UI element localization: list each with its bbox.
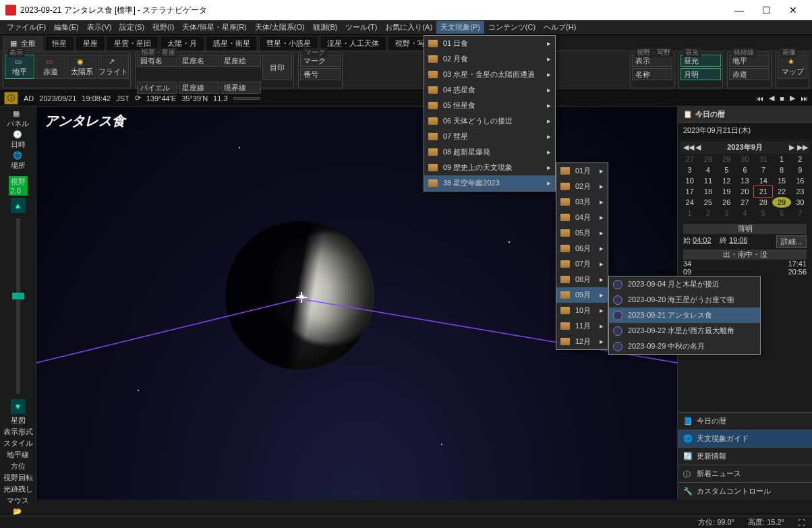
menu-item[interactable]: 38 星空年鑑2023▸ (424, 175, 555, 191)
cal-cell[interactable]: 24 (680, 197, 699, 208)
cal-cell[interactable]: 10 (680, 175, 699, 186)
btn-number[interactable]: 番号 (300, 68, 341, 80)
menu-phenomena[interactable]: 天文現象(P) (436, 21, 484, 34)
menu-item-month[interactable]: 08月▸ (556, 272, 608, 287)
cal-cell[interactable]: 29 (718, 154, 736, 165)
ls-starchart[interactable]: 星図 (3, 415, 34, 426)
fov-slider-thumb[interactable] (12, 293, 24, 299)
cal-cell[interactable]: 26 (718, 197, 736, 208)
link-guide[interactable]: 🌐天文現象ガイド (678, 430, 812, 447)
btn-map[interactable]: ★マップ (778, 55, 807, 79)
mag[interactable]: 11.3 (213, 94, 227, 102)
maximize-button[interactable]: ☐ (753, 5, 780, 16)
cal-cell[interactable]: 1 (772, 154, 790, 165)
menu-item-month[interactable]: 07月▸ (556, 256, 608, 272)
menu-stars[interactable]: 天体/恒星・星座(R) (178, 21, 250, 34)
cal-cell[interactable]: 29 (772, 197, 790, 208)
menu-item[interactable]: 07 彗星▸ (424, 129, 555, 144)
cal-cell[interactable]: 30 (736, 154, 754, 165)
ls-datetime[interactable]: 🕒日時 (3, 130, 34, 150)
fov-slider[interactable] (16, 218, 20, 394)
menu-item-month[interactable]: 03月▸ (556, 194, 608, 210)
cal-cell[interactable]: 4 (736, 208, 754, 218)
menu-item-month[interactable]: 09月▸ (556, 287, 608, 303)
btn-grid-equator[interactable]: 赤道 (729, 68, 770, 80)
cal-cell[interactable]: 14 (754, 175, 772, 186)
ls-mouse[interactable]: マウス (3, 496, 34, 506)
cal-cell[interactable]: 3 (718, 208, 736, 218)
lon[interactable]: 139°44'E (146, 94, 176, 102)
fov-zoom-in[interactable]: ▲ (11, 198, 26, 213)
btn-constfig[interactable]: 星座絵 (221, 55, 261, 67)
menu-item[interactable]: 02 月食▸ (424, 51, 555, 67)
fullscreen-icon[interactable]: ⛶ (798, 519, 805, 527)
ls-panel[interactable]: ▦パネル (3, 109, 34, 129)
btn-landmark[interactable]: 目印 (262, 55, 292, 80)
btn-constline[interactable]: 星座線 (179, 82, 219, 94)
ls-rotation[interactable]: 視野回転 (3, 473, 34, 483)
cal-prev[interactable]: ◀◀◀ (683, 143, 703, 152)
cal-cell[interactable]: 28 (699, 154, 717, 165)
tab-stars[interactable]: 恒星 (45, 36, 74, 51)
menu-item-event[interactable]: 2023-09-29 中秋の名月 (609, 339, 760, 354)
menu-item-month[interactable]: 10月▸ (556, 303, 608, 318)
menu-observe[interactable]: 観測(B) (309, 21, 342, 34)
menu-solarsystem[interactable]: 天体/太陽系(O) (251, 21, 309, 34)
cal-cell[interactable]: 17 (680, 186, 699, 197)
menu-item-month[interactable]: 11月▸ (556, 318, 608, 334)
menu-tools[interactable]: ツール(T) (341, 21, 381, 34)
link-almanac[interactable]: 📘今日の暦 (678, 412, 812, 430)
era[interactable]: AD (24, 94, 34, 102)
btn-constname[interactable]: 星座名 (179, 55, 219, 67)
menu-item[interactable]: 08 超新星爆発▸ (424, 144, 555, 160)
cal-cell[interactable]: 30 (791, 197, 809, 208)
cal-cell[interactable]: 6 (772, 208, 790, 218)
cal-cell[interactable]: 3 (680, 165, 699, 175)
cal-cell[interactable]: 16 (791, 175, 809, 186)
cal-cell[interactable]: 27 (736, 197, 754, 208)
play-first[interactable]: ⏮ (756, 94, 763, 102)
fov-zoom-out[interactable]: ▼ (11, 399, 26, 414)
cal-cell[interactable]: 2 (791, 154, 809, 165)
lat[interactable]: 35°39'N (181, 94, 208, 102)
menu-favorites[interactable]: お気に入り(A) (381, 21, 436, 34)
btn-solarsystem[interactable]: ◉太陽系 (67, 55, 96, 79)
btn-horizon[interactable]: ▭地平 (5, 55, 34, 79)
menu-item[interactable]: 01 日食▸ (424, 36, 555, 51)
btn-equator[interactable]: ▭赤道 (36, 55, 65, 79)
cal-cell[interactable]: 23 (791, 186, 809, 197)
close-button[interactable]: ✕ (780, 5, 807, 16)
play-prev[interactable]: ◀ (769, 94, 774, 102)
link-updates[interactable]: 🔄更新情報 (678, 447, 812, 465)
menu-edit[interactable]: 編集(E) (50, 21, 83, 34)
menu-item-month[interactable]: 02月▸ (556, 179, 608, 194)
play-last[interactable]: ⏭ (801, 94, 808, 102)
menu-item-month[interactable]: 05月▸ (556, 225, 608, 241)
menu-item[interactable]: 06 天体どうしの接近▸ (424, 113, 555, 129)
cal-cell[interactable]: 13 (736, 175, 754, 186)
menu-item[interactable]: 05 恒星食▸ (424, 98, 555, 113)
menu-item[interactable]: 03 水星・金星の太陽面通過▸ (424, 67, 555, 82)
play-stop[interactable]: ■ (780, 94, 784, 102)
menu-item-event[interactable]: 2023-09-04 月と木星が接近 (609, 276, 760, 292)
btn-bayer[interactable]: バイエル (137, 82, 177, 94)
btn-moonlight[interactable]: 月明 (680, 68, 721, 80)
cal-cell[interactable]: 2 (699, 208, 717, 218)
btn-fov-name[interactable]: 名称 (632, 68, 672, 80)
now-icon[interactable]: ⟳ (135, 94, 141, 102)
menu-item-month[interactable]: 01月▸ (556, 163, 608, 179)
menu-item-month[interactable]: 06月▸ (556, 241, 608, 256)
btn-flight[interactable]: ↗フライト (98, 55, 129, 79)
menu-item[interactable]: 04 惑星食▸ (424, 82, 555, 98)
cal-cell[interactable]: 11 (699, 175, 717, 186)
cal-cell[interactable]: 6 (736, 165, 754, 175)
cal-cell[interactable]: 18 (699, 186, 717, 197)
date[interactable]: 2023/09/21 (39, 94, 76, 102)
play-next[interactable]: ▶ (790, 94, 795, 102)
cal-cell[interactable]: 19 (718, 186, 736, 197)
cal-cell[interactable]: 20 (736, 186, 754, 197)
menu-settings[interactable]: 設定(S) (115, 21, 148, 34)
menu-contents[interactable]: コンテンツ(C) (484, 21, 540, 34)
cal-cell[interactable]: 5 (754, 208, 772, 218)
menu-help[interactable]: ヘルプ(H) (540, 21, 580, 34)
